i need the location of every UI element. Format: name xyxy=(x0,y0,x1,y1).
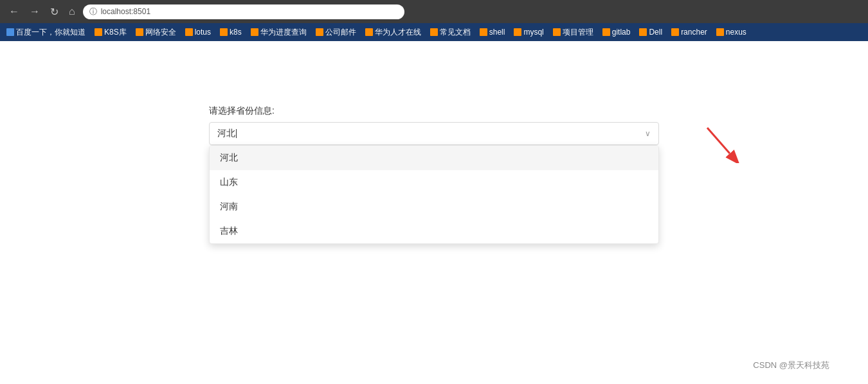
forward-button[interactable]: → xyxy=(27,4,42,19)
bookmark-icon-shell xyxy=(480,28,487,36)
annotation-arrow xyxy=(701,125,739,166)
bookmark-label-common-docs: 常见文档 xyxy=(440,27,471,38)
bookmark-icon-company-mail xyxy=(316,28,323,36)
bookmark-icon-dell xyxy=(639,28,647,36)
province-select-trigger[interactable]: 河北 ∨ xyxy=(209,122,659,145)
option-henan[interactable]: 河南 xyxy=(210,195,658,219)
bookmark-label-nexus: nexus xyxy=(726,28,746,37)
bookmark-nexus[interactable]: nexus xyxy=(712,26,750,38)
bookmark-label-huawei-talent: 华为人才在线 xyxy=(375,27,421,38)
bookmark-label-k8s-library: K8S库 xyxy=(104,27,127,38)
bookmark-icon-nexus xyxy=(716,28,724,36)
bookmark-label-baidu: 百度一下，你就知道 xyxy=(16,27,86,38)
bookmark-k8s[interactable]: k8s xyxy=(216,26,246,38)
option-shandong[interactable]: 山东 xyxy=(210,170,658,195)
home-button[interactable]: ⌂ xyxy=(66,4,78,19)
option-hebei[interactable]: 河北 xyxy=(210,146,658,170)
bookmark-mysql[interactable]: mysql xyxy=(510,26,547,38)
bookmark-shell[interactable]: shell xyxy=(476,26,509,38)
province-select-container: 河北 ∨ 河北 山东 河南 吉林 xyxy=(209,122,659,145)
page-content: 请选择省份信息: 河北 ∨ 河北 山东 河南 吉林 xyxy=(0,41,868,384)
bookmark-label-rancher: rancher xyxy=(681,28,707,37)
bookmark-baidu[interactable]: 百度一下，你就知道 xyxy=(3,26,89,39)
bookmark-dell[interactable]: Dell xyxy=(635,26,666,38)
bookmark-rancher[interactable]: rancher xyxy=(667,26,711,38)
bookmark-icon-project-mgmt xyxy=(553,28,561,36)
bookmark-icon-k8s xyxy=(220,28,228,36)
chevron-down-icon: ∨ xyxy=(645,129,651,138)
bookmark-label-huawei-query: 华为进度查询 xyxy=(260,27,307,38)
bookmark-icon-lotus xyxy=(185,28,193,36)
bookmark-k8s-library[interactable]: K8S库 xyxy=(91,26,131,39)
bookmark-project-mgmt[interactable]: 项目管理 xyxy=(549,26,597,39)
bookmark-icon-k8s-library xyxy=(95,28,102,36)
bookmarks-bar: 百度一下，你就知道 K8S库 网络安全 lotus k8s 华为进度查询 公司邮… xyxy=(0,23,868,41)
footer-watermark: CSDN @景天科技苑 xyxy=(753,360,829,371)
url-display: localhost:8501 xyxy=(101,7,150,16)
bookmark-lotus[interactable]: lotus xyxy=(181,26,215,38)
bookmark-label-shell: shell xyxy=(489,28,505,37)
form-area: 请选择省份信息: 河北 ∨ 河北 山东 河南 吉林 xyxy=(209,105,659,145)
bookmark-huawei-talent[interactable]: 华为人才在线 xyxy=(361,26,425,39)
bookmark-label-k8s: k8s xyxy=(230,28,242,37)
bookmark-label-mysql: mysql xyxy=(523,28,543,37)
bookmark-label-dell: Dell xyxy=(649,28,662,37)
bookmark-icon-mysql xyxy=(514,28,521,36)
bookmark-label-lotus: lotus xyxy=(195,28,211,37)
bookmark-huawei-query[interactable]: 华为进度查询 xyxy=(247,26,311,39)
option-jilin[interactable]: 吉林 xyxy=(210,219,658,243)
back-button[interactable]: ← xyxy=(6,4,22,19)
bookmark-label-gitlab: gitlab xyxy=(612,28,631,37)
province-dropdown: 河北 山东 河南 吉林 xyxy=(209,145,659,244)
bookmark-icon-gitlab xyxy=(602,28,610,36)
bookmark-icon-huawei-talent xyxy=(365,28,373,36)
bookmark-gitlab[interactable]: gitlab xyxy=(599,26,635,38)
refresh-button[interactable]: ↻ xyxy=(48,4,61,19)
bookmark-icon-huawei-query xyxy=(251,28,258,36)
bookmark-label-network-security: 网络安全 xyxy=(145,27,176,38)
bookmark-icon-network-security xyxy=(136,28,143,36)
bookmark-label-company-mail: 公司邮件 xyxy=(325,27,356,38)
bookmark-common-docs[interactable]: 常见文档 xyxy=(426,26,475,39)
security-icon: ⓘ xyxy=(89,6,97,17)
svg-line-1 xyxy=(707,128,730,153)
form-label: 请选择省份信息: xyxy=(209,105,659,117)
bookmark-label-project-mgmt: 项目管理 xyxy=(563,27,593,38)
browser-chrome: ← → ↻ ⌂ ⓘ localhost:8501 xyxy=(0,0,868,23)
bookmark-icon-common-docs xyxy=(430,28,438,36)
bookmark-icon-baidu xyxy=(6,28,14,36)
bookmark-icon-rancher xyxy=(671,28,679,36)
bookmark-company-mail[interactable]: 公司邮件 xyxy=(312,26,360,39)
bookmark-network-security[interactable]: 网络安全 xyxy=(132,26,180,39)
select-current-value: 河北 xyxy=(217,128,237,139)
address-bar[interactable]: ⓘ localhost:8501 xyxy=(83,4,404,19)
